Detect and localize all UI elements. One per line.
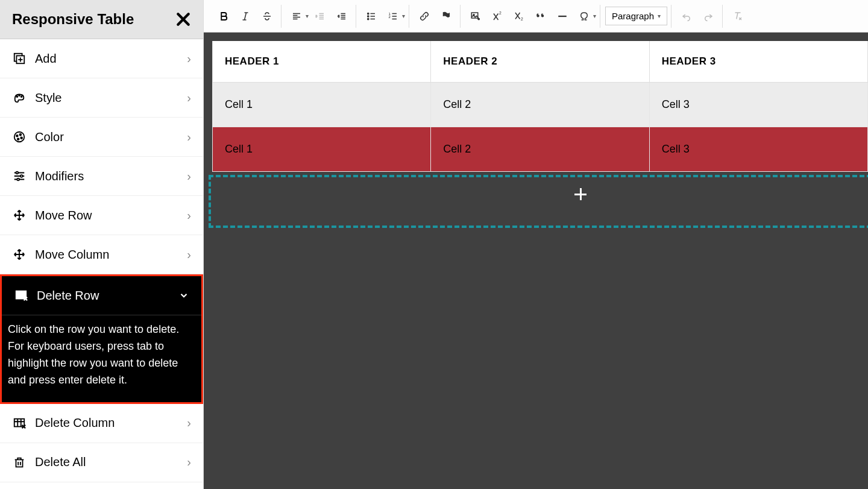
table-row-selected[interactable]: Cell 1 Cell 2 Cell 3	[213, 127, 868, 172]
chevron-right-icon: ›	[187, 169, 191, 183]
link-button[interactable]	[414, 6, 435, 27]
svg-text:2: 2	[521, 16, 523, 21]
chevron-right-icon: ›	[187, 455, 191, 469]
table-cell[interactable]: Cell 1	[213, 83, 431, 127]
menu-item-move-row[interactable]: Move Row ›	[0, 196, 203, 235]
svg-point-15	[368, 13, 369, 14]
svg-point-3	[19, 95, 20, 96]
menu-item-delete-column[interactable]: Delete Column ›	[0, 404, 203, 443]
svg-point-6	[16, 135, 18, 137]
menu-label-delete-all: Delete All	[35, 455, 86, 469]
menu-label-move-row: Move Row	[35, 209, 92, 222]
menu-label-modifiers: Modifiers	[35, 169, 84, 183]
sidebar-title: Responsive Table	[12, 11, 134, 28]
paragraph-select-label: Paragraph	[612, 11, 654, 21]
italic-button[interactable]	[235, 6, 256, 27]
svg-point-2	[16, 96, 17, 97]
chevron-right-icon: ›	[187, 91, 191, 105]
menu-item-style[interactable]: Style ›	[0, 78, 203, 118]
editor-canvas[interactable]: HEADER 1 HEADER 2 HEADER 3 Cell 1 Cell 2…	[204, 33, 868, 489]
bullet-list-button[interactable]	[361, 6, 382, 27]
chevron-right-icon: ›	[187, 130, 191, 144]
close-icon[interactable]	[175, 11, 191, 27]
svg-point-5	[14, 132, 25, 142]
menu-item-delete-all[interactable]: Delete All ›	[0, 443, 203, 482]
editor-toolbar: ▾ 12 ▾ 2 2	[204, 0, 868, 33]
menu-item-add[interactable]: Add ›	[0, 39, 203, 78]
menu-label-delete-column: Delete Column	[35, 416, 115, 430]
horizontal-rule-button[interactable]	[552, 6, 573, 27]
superscript-button[interactable]: 2	[487, 6, 508, 27]
delete-row-help-text: Click on the row you want to delete. For…	[2, 315, 201, 402]
caret-down-icon: ▾	[593, 13, 596, 19]
table-cell[interactable]: Cell 3	[649, 127, 867, 172]
svg-point-22	[478, 18, 479, 19]
svg-text:2: 2	[389, 15, 391, 19]
caret-down-icon: ▾	[402, 13, 405, 19]
indent-button[interactable]	[332, 6, 352, 27]
add-icon	[12, 51, 27, 66]
chevron-right-icon: ›	[187, 248, 191, 262]
menu-item-modifiers[interactable]: Modifiers ›	[0, 157, 203, 196]
quote-button[interactable]	[530, 6, 551, 27]
menu-item-color[interactable]: Color ›	[0, 118, 203, 157]
svg-point-10	[16, 172, 19, 174]
table-cell[interactable]: Cell 2	[431, 83, 649, 127]
selection-dashed-border	[209, 175, 868, 228]
outdent-button[interactable]	[310, 6, 330, 27]
menu-label-add: Add	[35, 52, 57, 66]
sidebar: Responsive Table Add › Style ›	[0, 0, 204, 489]
redo-button[interactable]	[698, 6, 719, 27]
table-row[interactable]: Cell 1 Cell 2 Cell 3	[213, 83, 868, 127]
svg-point-4	[21, 96, 22, 97]
table-header-row[interactable]: HEADER 1 HEADER 2 HEADER 3	[213, 41, 868, 83]
menu-label-color: Color	[35, 130, 64, 144]
menu-label-style: Style	[35, 91, 61, 105]
chevron-right-icon: ›	[187, 416, 191, 430]
menu-item-move-column[interactable]: Move Column ›	[0, 235, 203, 274]
menu-item-delete-row-active: Delete Row Click on the row you want to …	[0, 274, 203, 404]
svg-point-16	[368, 15, 369, 16]
align-button[interactable]	[286, 6, 307, 27]
paragraph-format-select[interactable]: Paragraph ▾	[605, 7, 667, 25]
style-icon	[12, 90, 27, 105]
table-cell[interactable]: Cell 1	[213, 127, 431, 172]
modifiers-icon	[12, 169, 27, 183]
trash-icon	[12, 455, 27, 470]
flag-button[interactable]	[436, 6, 456, 27]
undo-button[interactable]	[676, 6, 697, 27]
bold-button[interactable]	[213, 6, 234, 27]
main-area: ▾ 12 ▾ 2 2	[204, 0, 868, 489]
table-header-cell[interactable]: HEADER 2	[431, 41, 649, 83]
svg-point-12	[17, 178, 19, 181]
color-icon	[12, 130, 27, 144]
sidebar-header: Responsive Table	[0, 0, 203, 39]
table-header-cell[interactable]: HEADER 3	[649, 41, 867, 83]
menu-item-delete-row[interactable]: Delete Row	[2, 276, 201, 315]
clear-format-button[interactable]	[728, 6, 748, 27]
delete-table-icon	[12, 416, 27, 431]
numbered-list-button[interactable]: 12	[383, 6, 403, 27]
delete-table-icon	[14, 288, 28, 303]
svg-point-7	[19, 134, 21, 136]
table-cell[interactable]: Cell 3	[649, 83, 867, 127]
media-button[interactable]	[465, 6, 486, 27]
svg-point-9	[17, 138, 19, 140]
special-char-button[interactable]	[574, 6, 594, 27]
menu-label-move-column: Move Column	[35, 248, 109, 262]
caret-down-icon: ▾	[306, 13, 309, 19]
table-cell[interactable]: Cell 2	[431, 127, 649, 172]
table-header-cell[interactable]: HEADER 1	[213, 41, 431, 83]
svg-point-11	[20, 175, 23, 177]
chevron-right-icon: ›	[187, 52, 191, 66]
responsive-table[interactable]: HEADER 1 HEADER 2 HEADER 3 Cell 1 Cell 2…	[212, 41, 868, 172]
table-wrapper: HEADER 1 HEADER 2 HEADER 3 Cell 1 Cell 2…	[212, 41, 868, 172]
svg-point-8	[20, 137, 22, 139]
move-icon	[12, 247, 27, 262]
subscript-button[interactable]: 2	[509, 6, 529, 27]
caret-down-icon: ▾	[658, 13, 661, 19]
svg-text:2: 2	[499, 11, 502, 15]
strikethrough-button[interactable]	[257, 6, 277, 27]
menu-label-delete-row: Delete Row	[37, 289, 99, 303]
chevron-down-icon	[178, 290, 189, 301]
